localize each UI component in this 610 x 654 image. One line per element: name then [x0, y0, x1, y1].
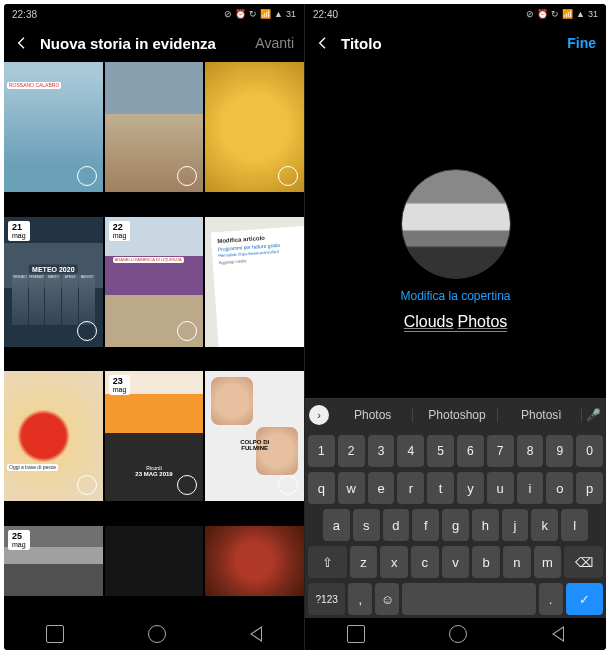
left-header: Nuova storia in evidenza Avanti — [4, 24, 304, 62]
home-button[interactable] — [148, 625, 166, 643]
select-ring[interactable] — [77, 321, 97, 341]
dnd-icon: ⊘ — [224, 9, 232, 19]
key[interactable]: 0 — [576, 435, 603, 467]
emoji-key[interactable]: ☺ — [375, 583, 399, 615]
key[interactable]: d — [383, 509, 410, 541]
key[interactable]: 1 — [308, 435, 335, 467]
key[interactable]: r — [397, 472, 424, 504]
status-bar-right: 22:40 ⊘ ⏰ ↻ 📶 ▲ 31 — [305, 4, 606, 24]
key[interactable]: y — [457, 472, 484, 504]
key[interactable]: i — [517, 472, 544, 504]
home-button[interactable] — [449, 625, 467, 643]
battery-pct: 31 — [588, 9, 598, 19]
select-ring[interactable] — [177, 321, 197, 341]
android-navbar-left — [4, 618, 304, 650]
kb-row-1: q w e r t y u i o p — [308, 472, 603, 504]
key[interactable]: 8 — [517, 435, 544, 467]
key[interactable]: n — [503, 546, 531, 578]
recents-button[interactable] — [347, 625, 365, 643]
key[interactable]: 5 — [427, 435, 454, 467]
key[interactable]: b — [472, 546, 500, 578]
story-grid[interactable]: ROSSANO CALABRO 21mag METEO 2020 GENNAIO… — [4, 62, 304, 618]
right-title: Titolo — [341, 35, 557, 52]
story-cell[interactable]: COLPO DI FULMINE — [205, 371, 304, 501]
edit-cover-link[interactable]: Modifica la copertina — [400, 289, 510, 303]
space-key[interactable] — [402, 583, 535, 615]
cover-preview[interactable] — [401, 169, 511, 279]
key[interactable]: 2 — [338, 435, 365, 467]
key[interactable]: u — [487, 472, 514, 504]
key[interactable]: q — [308, 472, 335, 504]
key[interactable]: k — [531, 509, 558, 541]
story-cell[interactable]: Oggi a base di pesce — [4, 371, 103, 501]
select-ring[interactable] — [177, 475, 197, 495]
key[interactable]: 7 — [487, 435, 514, 467]
key[interactable]: s — [353, 509, 380, 541]
select-ring[interactable] — [278, 166, 298, 186]
select-ring[interactable] — [177, 166, 197, 186]
alarm-icon: ⏰ — [235, 9, 246, 19]
key[interactable]: 6 — [457, 435, 484, 467]
key[interactable]: t — [427, 472, 454, 504]
key[interactable]: h — [472, 509, 499, 541]
date-badge: 23mag — [109, 375, 131, 395]
back-arrow-left[interactable] — [14, 35, 30, 51]
period-key[interactable]: . — [539, 583, 563, 615]
back-arrow-right[interactable] — [315, 35, 331, 51]
suggestion-expand-icon[interactable]: › — [309, 405, 329, 425]
key[interactable]: c — [411, 546, 439, 578]
backspace-key[interactable]: ⌫ — [564, 546, 603, 578]
select-ring[interactable] — [278, 475, 298, 495]
memory-stamp: Ricordi 23 MAG 2019 — [135, 465, 172, 477]
key[interactable]: f — [412, 509, 439, 541]
suggestion[interactable]: Photoshop — [417, 408, 497, 422]
story-cell[interactable]: 23mag Ricordi 23 MAG 2019 — [105, 371, 204, 501]
keyboard: › Photos Photoshop Photosì 🎤 1 2 3 4 5 6… — [305, 398, 606, 618]
highlight-title-input[interactable]: Clouds Photos — [404, 313, 508, 332]
story-cell[interactable]: 25mag — [4, 526, 103, 596]
story-cell[interactable] — [205, 526, 304, 596]
story-cell[interactable] — [105, 526, 204, 596]
suggestion[interactable]: Photos — [333, 408, 413, 422]
select-ring[interactable] — [77, 166, 97, 186]
key[interactable]: v — [442, 546, 470, 578]
key[interactable]: j — [502, 509, 529, 541]
key[interactable]: 9 — [546, 435, 573, 467]
story-cell[interactable] — [105, 62, 204, 192]
suggestion[interactable]: Photosì — [502, 408, 582, 422]
next-button[interactable]: Avanti — [255, 35, 294, 51]
back-button[interactable] — [250, 626, 262, 642]
enter-key[interactable]: ✓ — [566, 583, 603, 615]
key[interactable]: g — [442, 509, 469, 541]
shift-key[interactable]: ⇧ — [308, 546, 347, 578]
story-cell[interactable]: ROSSANO CALABRO — [4, 62, 103, 192]
story-cell[interactable]: 21mag METEO 2020 GENNAIOFEBBRAIOMARZOAPR… — [4, 217, 103, 347]
story-cell[interactable] — [205, 62, 304, 192]
key[interactable]: z — [350, 546, 378, 578]
status-bar-left: 22:38 ⊘ ⏰ ↻ 📶 ▲ 31 — [4, 4, 304, 24]
right-screen: 22:40 ⊘ ⏰ ↻ 📶 ▲ 31 Titolo Fine Modifica … — [305, 4, 606, 650]
key[interactable]: o — [546, 472, 573, 504]
key[interactable]: x — [380, 546, 408, 578]
kb-row-3: ⇧ z x c v b n m ⌫ — [308, 546, 603, 578]
comma-key[interactable]: , — [348, 583, 372, 615]
recents-button[interactable] — [46, 625, 64, 643]
key[interactable]: 4 — [397, 435, 424, 467]
story-cell[interactable]: Modifica articolo Programmi per fatture … — [205, 217, 304, 347]
symbols-key[interactable]: ?123 — [308, 583, 345, 615]
key[interactable]: 3 — [368, 435, 395, 467]
key[interactable]: e — [368, 472, 395, 504]
key[interactable]: l — [561, 509, 588, 541]
done-button[interactable]: Fine — [567, 35, 596, 51]
key[interactable]: m — [534, 546, 562, 578]
key[interactable]: p — [576, 472, 603, 504]
sync-icon: ↻ — [551, 9, 559, 19]
back-button[interactable] — [552, 626, 564, 642]
battery-pct: 31 — [286, 9, 296, 19]
key[interactable]: a — [323, 509, 350, 541]
select-ring[interactable] — [77, 475, 97, 495]
key[interactable]: w — [338, 472, 365, 504]
story-cell[interactable]: 22mag ARANELLI FABBRICA DI LIQUIRIZIA — [105, 217, 204, 347]
right-header: Titolo Fine — [305, 24, 606, 62]
mic-icon[interactable]: 🎤 — [586, 408, 602, 422]
